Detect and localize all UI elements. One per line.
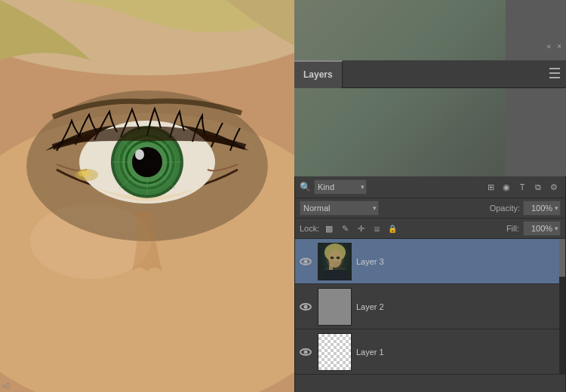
svg-point-20 — [135, 149, 144, 160]
layers-panel-outer: Layers « × 🔍 Kind — [294, 88, 566, 392]
coord-display: +0 — [2, 382, 10, 390]
thumb-checker-1 — [318, 334, 351, 370]
pixel-filter-icon[interactable]: ⊞ — [484, 180, 497, 194]
layer-name-1: Layer 1 — [356, 348, 562, 357]
type-filter-icon[interactable]: T — [515, 180, 529, 194]
layer-thumb-1 — [318, 333, 352, 371]
fill-wrapper[interactable] — [523, 221, 561, 236]
opacity-input[interactable] — [523, 201, 561, 216]
adjustment-filter-icon[interactable]: ◉ — [500, 180, 513, 194]
lock-artboards-icon[interactable]: ⧇ — [371, 222, 383, 234]
scrollbar-thumb[interactable] — [559, 239, 565, 277]
lock-bar: Lock: ▩ ✎ ✛ ⧇ 🔒 Fill: — [295, 219, 565, 239]
lock-all-icon[interactable]: 🔒 — [386, 222, 398, 234]
blend-mode-select[interactable]: Normal Dissolve Multiply Screen Overlay — [300, 201, 379, 216]
panel-header: Layers « × — [294, 60, 566, 88]
smart-filter-icon[interactable]: ⚙ — [547, 180, 561, 194]
panel-top-controls: « × — [524, 32, 566, 60]
kind-select-wrapper[interactable]: Kind — [314, 179, 367, 194]
blend-mode-bar: Normal Dissolve Multiply Screen Overlay … — [295, 198, 565, 219]
layer-thumb-3 — [318, 243, 352, 280]
layers-scrollbar[interactable] — [559, 239, 565, 375]
eye-icon-1 — [300, 348, 312, 356]
panel-close-icon[interactable]: × — [557, 42, 561, 51]
canvas-area: +0 Layers « × 🔍 — [0, 0, 566, 392]
photo-canvas — [0, 0, 294, 392]
layer-item-1[interactable]: Layer 1 — [295, 329, 565, 375]
filter-search-icon: 🔍 — [300, 182, 311, 192]
panel-menu-button[interactable] — [549, 68, 560, 78]
layer-name-2: Layer 2 — [356, 302, 562, 311]
lock-label: Lock: — [300, 224, 319, 233]
shape-filter-icon[interactable]: ⧉ — [531, 180, 545, 194]
filter-bar: 🔍 Kind ⊞ ◉ T ⧉ ⚙ — [295, 176, 565, 198]
visibility-toggle-3[interactable] — [298, 254, 313, 269]
layer-item-3[interactable]: Layer 3 — [295, 239, 565, 284]
eye-photo-svg — [0, 0, 294, 392]
panel-title: Layers — [303, 69, 333, 80]
opacity-label: Opacity: — [490, 204, 520, 213]
fill-input[interactable] — [523, 221, 561, 236]
lock-image-icon[interactable]: ✎ — [339, 222, 351, 234]
kind-select[interactable]: Kind — [314, 179, 367, 194]
eye-icon-3 — [300, 258, 312, 265]
layers-list: Layer 3 Layer 2 — [295, 239, 565, 375]
svg-point-22 — [78, 170, 91, 177]
layers-tab[interactable]: Layers — [294, 60, 343, 88]
thumb-svg-3 — [318, 243, 352, 280]
visibility-toggle-2[interactable] — [298, 299, 313, 314]
layer-item-2[interactable]: Layer 2 — [295, 284, 565, 329]
filter-icons: ⊞ ◉ T ⧉ ⚙ — [484, 180, 561, 194]
lock-pixels-icon[interactable]: ▩ — [323, 222, 335, 234]
fill-label: Fill: — [506, 224, 519, 233]
svg-rect-37 — [318, 243, 352, 280]
layer-thumb-2 — [318, 288, 352, 326]
layers-panel: 🔍 Kind ⊞ ◉ T ⧉ ⚙ Normal — [294, 176, 566, 392]
layer-name-3: Layer 3 — [356, 257, 562, 266]
lock-position-icon[interactable]: ✛ — [355, 222, 367, 234]
panel-collapse-icon[interactable]: « — [547, 42, 552, 51]
svg-point-23 — [105, 225, 106, 227]
svg-point-24 — [120, 233, 122, 234]
thumb-gray-2 — [318, 289, 351, 325]
svg-point-25 — [135, 229, 137, 231]
opacity-wrapper[interactable] — [523, 201, 561, 216]
visibility-toggle-1[interactable] — [298, 345, 313, 360]
blend-mode-wrapper[interactable]: Normal Dissolve Multiply Screen Overlay — [300, 201, 379, 216]
eye-icon-2 — [300, 303, 312, 311]
